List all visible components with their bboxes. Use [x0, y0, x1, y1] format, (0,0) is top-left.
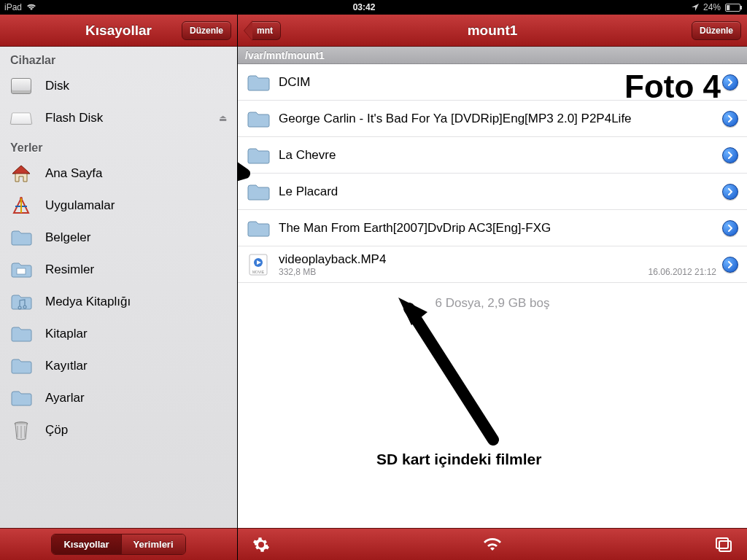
sidebar-item-label: Disk — [45, 79, 69, 93]
sidebar-item-label: Belgeler — [45, 230, 90, 245]
pictures-folder-icon — [10, 259, 32, 281]
sidebar-item-trash[interactable]: Çöp — [0, 414, 237, 446]
disclosure-button[interactable] — [722, 184, 738, 200]
file-name: DCIM — [279, 75, 716, 90]
segment-bookmarks[interactable]: Yerimleri — [121, 534, 185, 554]
file-list[interactable]: DCIMGeorge Carlin - It's Bad For Ya [DVD… — [238, 64, 747, 528]
folder-icon — [247, 145, 270, 166]
folder-icon — [10, 323, 32, 345]
windows-icon[interactable] — [709, 529, 738, 561]
disclosure-button[interactable] — [722, 74, 738, 90]
apps-icon — [10, 195, 32, 217]
folder-icon — [247, 218, 270, 238]
folder-row[interactable]: La Chevre — [238, 137, 747, 174]
disclosure-button[interactable] — [722, 147, 738, 163]
wifi-icon — [26, 4, 36, 11]
svg-rect-1 — [740, 6, 742, 9]
disclosure-button[interactable] — [722, 111, 738, 127]
harddisk-icon — [10, 75, 32, 97]
sidebar-item-recordings[interactable]: Kayıtlar — [0, 350, 237, 382]
sidebar-item-books[interactable]: Kitaplar — [0, 318, 237, 350]
svg-rect-11 — [716, 538, 728, 548]
segment-shortcuts[interactable]: Kısayollar — [52, 534, 120, 554]
sidebar-item-label: Çöp — [45, 423, 68, 438]
sidebar-item-label: Ayarlar — [45, 391, 85, 405]
status-device: iPad — [4, 2, 22, 12]
main-edit-button[interactable]: Düzenle — [692, 21, 741, 40]
sidebar-item-label: Ana Sayfa — [45, 166, 102, 181]
sidebar: Kısayollar Düzenle Cihazlar Disk Flash D… — [0, 15, 238, 560]
sidebar-item-label: Resimler — [45, 262, 94, 277]
settings-gear-icon[interactable] — [247, 529, 276, 561]
main-title: mount1 — [238, 23, 747, 39]
svg-rect-12 — [719, 541, 731, 551]
folder-icon — [247, 182, 270, 202]
annotation-caption: SD kart içindeki filmler — [376, 451, 541, 468]
sidebar-item-label: Uygulamalar — [45, 198, 115, 213]
svg-rect-4 — [17, 268, 26, 274]
status-bar: iPad 03:42 24% — [0, 0, 747, 15]
disclosure-button[interactable] — [722, 257, 738, 273]
home-icon — [10, 163, 32, 184]
folder-icon — [10, 387, 32, 409]
svg-text:MOVIE: MOVIE — [252, 270, 265, 274]
trash-icon — [10, 419, 32, 441]
sidebar-item-home[interactable]: Ana Sayfa — [0, 158, 237, 190]
sidebar-item-label: Flash Disk — [45, 111, 103, 125]
music-folder-icon — [10, 291, 32, 313]
sidebar-segment: Kısayollar Yerimleri — [51, 534, 185, 555]
wifi-toolbar-icon[interactable] — [478, 529, 507, 561]
file-name: Le Placard — [279, 184, 716, 199]
path-text: /var/mnt/mount1 — [245, 50, 325, 61]
file-name: George Carlin - It's Bad For Ya [DVDRip]… — [279, 112, 716, 126]
back-button-label: mnt — [252, 21, 281, 40]
sidebar-item-media[interactable]: Medya Kitaplığı — [0, 286, 237, 318]
eject-icon[interactable]: ⏏ — [219, 113, 227, 123]
main-toolbar — [238, 528, 747, 560]
sidebar-item-flashdisk[interactable]: Flash Disk ⏏ — [0, 102, 237, 134]
sidebar-item-label: Medya Kitaplığı — [45, 295, 131, 309]
file-name: The Man From Earth[2007]DvDrip AC3[Eng]-… — [279, 221, 716, 236]
location-icon — [692, 4, 699, 11]
folder-icon — [247, 72, 270, 93]
battery-icon — [725, 4, 743, 12]
flashdisk-icon — [10, 107, 32, 129]
main-panel: mnt mount1 Düzenle /var/mnt/mount1 DCIMG… — [238, 15, 747, 560]
sidebar-item-disk[interactable]: Disk — [0, 70, 237, 102]
file-name: La Chevre — [279, 148, 716, 163]
file-name: videoplayback.MP4 — [279, 252, 716, 267]
sidebar-toolbar: Kısayollar Yerimleri — [0, 528, 237, 560]
file-meta: 332,8 MB16.06.2012 21:12 — [279, 267, 716, 277]
sidebar-item-label: Kayıtlar — [45, 359, 88, 373]
sidebar-item-settings[interactable]: Ayarlar — [0, 382, 237, 414]
movie-file-icon: MOVIE — [247, 254, 270, 275]
status-time: 03:42 — [36, 2, 692, 12]
sidebar-item-apps[interactable]: Uygulamalar — [0, 190, 237, 222]
sidebar-item-pictures[interactable]: Resimler — [0, 254, 237, 286]
folder-row[interactable]: The Man From Earth[2007]DvDrip AC3[Eng]-… — [238, 210, 747, 246]
folder-icon — [10, 227, 32, 249]
svg-rect-2 — [727, 5, 729, 10]
sidebar-edit-button[interactable]: Düzenle — [182, 21, 231, 40]
section-header-places: Yerler — [0, 134, 237, 158]
section-header-devices: Cihazlar — [0, 47, 237, 70]
folder-row[interactable]: DCIM — [238, 64, 747, 101]
main-navbar: mnt mount1 Düzenle — [238, 15, 747, 47]
file-row[interactable]: MOVIEvideoplayback.MP4332,8 MB16.06.2012… — [238, 246, 747, 283]
status-battery-pct: 24% — [703, 2, 721, 12]
folder-icon — [247, 109, 270, 129]
disclosure-button[interactable] — [722, 220, 738, 236]
back-button[interactable]: mnt — [244, 20, 281, 41]
list-summary: 6 Dosya, 2,9 GB boş — [238, 283, 747, 324]
path-bar: /var/mnt/mount1 — [238, 47, 747, 64]
folder-row[interactable]: Le Placard — [238, 174, 747, 210]
sidebar-item-documents[interactable]: Belgeler — [0, 222, 237, 254]
sidebar-item-label: Kitaplar — [45, 327, 88, 341]
sidebar-navbar: Kısayollar Düzenle — [0, 15, 237, 47]
folder-icon — [10, 355, 32, 377]
folder-row[interactable]: George Carlin - It's Bad For Ya [DVDRip]… — [238, 101, 747, 137]
chevron-left-icon — [244, 20, 252, 41]
